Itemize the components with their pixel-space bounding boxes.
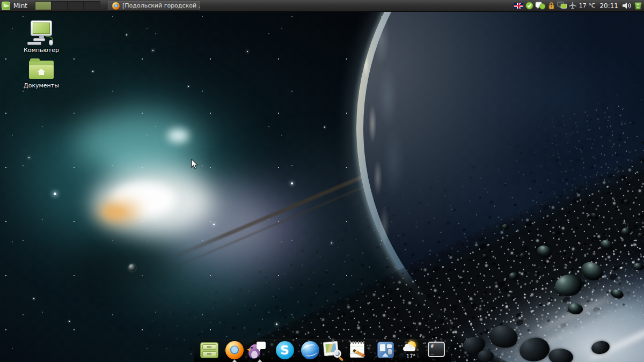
asteroid	[509, 272, 518, 280]
mint-menu-button[interactable]: lm Mint	[0, 0, 32, 11]
star	[54, 193, 56, 195]
package-manager-icon	[377, 342, 394, 358]
star	[126, 34, 127, 35]
asteroid	[502, 224, 509, 230]
star	[213, 224, 215, 225]
window-title: [Подольский городской ...	[122, 2, 200, 9]
desktop-icon-computer[interactable]: Компьютер	[16, 20, 67, 54]
computer-icon	[26, 20, 56, 45]
star	[33, 298, 34, 299]
workspace-1[interactable]	[35, 2, 52, 10]
star	[152, 50, 153, 51]
star	[28, 157, 30, 158]
asteroid	[624, 200, 630, 204]
dock-item-skype[interactable]: S	[272, 341, 297, 362]
star	[247, 51, 248, 52]
dock-item-terminal[interactable]: # _	[423, 341, 449, 362]
small-moon	[128, 264, 136, 271]
update-manager-icon[interactable]	[525, 2, 533, 10]
messenger-icon[interactable]	[535, 2, 546, 10]
dock-item-file-manager[interactable]	[196, 341, 222, 362]
dock-item-package-manager[interactable]	[373, 341, 398, 362]
firefox-icon	[112, 2, 120, 10]
nebula-orange-core	[103, 205, 127, 219]
skype-icon: S	[276, 341, 294, 359]
asteroid-silhouette	[478, 350, 494, 362]
desktop-icon-label: Документы	[16, 82, 67, 89]
workspace-switcher[interactable]	[35, 1, 100, 10]
star	[92, 71, 93, 72]
cloud-icon	[403, 346, 415, 351]
clock[interactable]: 20:11	[599, 2, 618, 10]
firefox-icon	[225, 341, 244, 359]
workspace-4[interactable]	[84, 2, 100, 10]
top-panel: lm Mint [Подольский городской ...	[0, 0, 644, 12]
mint-logo-icon: lm	[2, 2, 10, 10]
star	[69, 321, 70, 322]
documents-folder-icon	[28, 59, 54, 80]
workspace-2[interactable]	[52, 2, 68, 10]
dock-weather-temp: 17°	[406, 354, 416, 359]
star	[188, 86, 189, 87]
asteroid	[519, 253, 526, 258]
terminal-icon: # _	[428, 342, 445, 357]
keyboard-layout-icon[interactable]	[514, 3, 524, 9]
window-list-button[interactable]: [Подольский городской ...	[108, 1, 200, 11]
workspace-3[interactable]	[68, 2, 84, 10]
asteroid	[633, 263, 644, 270]
nebula-dark-patch	[64, 236, 182, 295]
asteroid	[552, 232, 557, 236]
weather-icon	[401, 341, 421, 354]
dock-item-weather[interactable]: 17°	[398, 341, 423, 362]
nebula-small-knot	[167, 129, 189, 143]
weather-plane-icon[interactable]	[569, 2, 576, 10]
system-tray: 17 °C 20:11	[514, 2, 644, 10]
notes-icon	[348, 341, 367, 359]
trash-basket-icon[interactable]	[634, 2, 642, 10]
desktop-icon-documents[interactable]: Документы	[16, 59, 67, 89]
dock-item-firefox[interactable]	[222, 341, 247, 362]
dock-item-notes[interactable]	[348, 341, 373, 362]
star	[291, 182, 293, 184]
star	[324, 127, 325, 128]
desktop-icon-label: Компьютер	[16, 47, 67, 54]
network-monitors-icon[interactable]	[557, 2, 567, 10]
keyring-lock-icon[interactable]	[547, 2, 555, 10]
google-earth-icon	[301, 341, 319, 359]
dock-item-google-earth[interactable]	[297, 341, 323, 362]
volume-icon[interactable]	[621, 2, 632, 10]
menu-label: Mint	[13, 2, 27, 10]
asteroid	[638, 233, 644, 238]
dock-item-image-viewer[interactable]	[323, 341, 348, 362]
desktop[interactable]: lm Mint [Подольский городской ...	[0, 0, 644, 362]
dock-item-pidgin[interactable]	[247, 341, 272, 362]
image-viewer-icon	[323, 341, 342, 359]
pidgin-icon	[247, 341, 266, 359]
wallpaper-space	[0, 0, 644, 362]
home-glyph	[38, 69, 45, 75]
mouse-cursor	[191, 159, 199, 170]
dock: S 17° # _	[194, 339, 451, 362]
temperature-text[interactable]: 17 °C	[579, 2, 596, 9]
